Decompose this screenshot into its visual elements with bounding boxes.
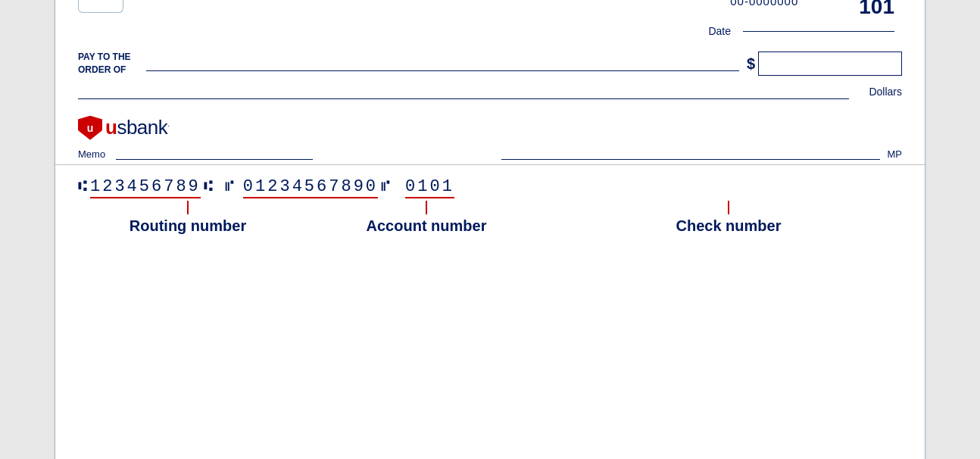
- check-stub: [78, 0, 123, 13]
- mp-label: MP: [888, 148, 903, 160]
- routing-number-label: Routing number: [130, 217, 246, 437]
- date-label: Date: [708, 25, 731, 37]
- account-number-label: Account number: [367, 217, 487, 459]
- micr-account-number: 01234567890: [243, 177, 378, 196]
- check-document: 00-0000000 101 Date PAY TO THE ORDER OF …: [55, 0, 925, 459]
- transit-close-symbol: ⑆: [204, 178, 213, 195]
- pay-to-label: PAY TO THE ORDER OF: [78, 51, 146, 76]
- routing-indicator: [187, 201, 189, 214]
- usbank-text-label: usbank.: [105, 116, 170, 139]
- routing-code: 00-0000000: [730, 0, 798, 8]
- signature-line: [501, 148, 880, 160]
- amount-box: [758, 52, 902, 76]
- onus-open-symbol: ⑈: [225, 178, 234, 195]
- check-number: 101: [859, 0, 894, 19]
- memo-label: Memo: [78, 148, 116, 160]
- transit-open-symbol: ⑆: [78, 178, 87, 195]
- dollars-line: [78, 84, 849, 99]
- check-number-label: Check number: [676, 217, 782, 235]
- account-indicator: [426, 201, 427, 214]
- onus-close-symbol: ⑈: [381, 178, 390, 195]
- date-line: [743, 31, 894, 32]
- micr-check-number: 0101: [405, 177, 454, 196]
- dollars-label: Dollars: [857, 86, 902, 99]
- dollar-sign: $: [747, 55, 755, 73]
- usbank-logo: u usbank.: [78, 116, 170, 140]
- payee-line: [146, 56, 739, 71]
- memo-line: [116, 148, 313, 160]
- usbank-shield-icon: u: [78, 116, 102, 140]
- micr-section: ⑆ 123456789 ⑆ ⑈ 01234567890 ⑈ 0101 Routi…: [55, 164, 925, 459]
- micr-routing-number: 123456789: [90, 177, 201, 196]
- checknum-indicator: [728, 201, 729, 214]
- svg-text:u: u: [87, 122, 94, 134]
